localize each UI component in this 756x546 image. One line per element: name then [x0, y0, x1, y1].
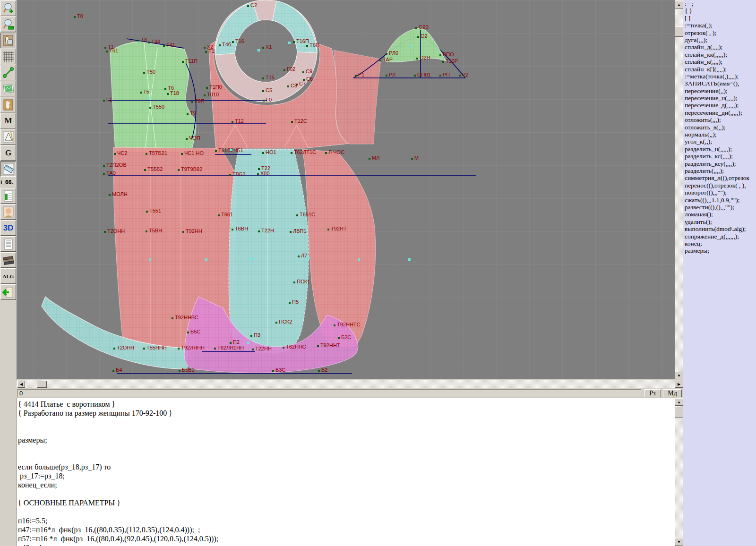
function-list-item[interactable]: угол_к(,,);: [683, 138, 756, 145]
point-label[interactable]: Т16П: [296, 38, 309, 44]
canvas-scroll-up-icon[interactable]: ▲: [675, 1, 683, 9]
function-list-item[interactable]: ЗАПИСАТЬ(имя=(),: [683, 80, 756, 87]
point-marker[interactable]: [262, 90, 264, 92]
editor-vscrollbar[interactable]: [675, 398, 683, 546]
function-list-item[interactable]: выполнить(dmod\.alg);: [683, 225, 756, 232]
drafting-tools-button[interactable]: [0, 129, 16, 145]
point-marker[interactable]: [414, 75, 416, 77]
point-marker[interactable]: [298, 256, 300, 257]
point-label[interactable]: Т92НН: [186, 228, 202, 234]
function-list-item[interactable]: сжать((),,,1.1,0.9,"");: [683, 196, 756, 204]
point-label[interactable]: ПСК1: [297, 279, 310, 284]
point-label[interactable]: Т22Н: [261, 228, 274, 233]
point-label[interactable]: П5: [292, 299, 299, 305]
point-label[interactable]: Т12: [235, 118, 244, 124]
selected-point[interactable]: [148, 97, 150, 100]
point-marker[interactable]: [386, 53, 387, 55]
canvas-hscroll-thumb[interactable]: [37, 381, 47, 388]
point-marker[interactable]: [291, 121, 293, 123]
point-marker[interactable]: [258, 230, 260, 232]
editor-line[interactable]: конец_если;: [18, 480, 675, 489]
function-list-item[interactable]: :=метка(точка(,),,,,);: [683, 73, 756, 80]
point-label[interactable]: ЛВП1: [293, 228, 307, 234]
point-label[interactable]: ОП01: [417, 72, 431, 77]
point-marker[interactable]: [369, 158, 370, 160]
point-label[interactable]: Р2: [462, 72, 468, 77]
point-marker[interactable]: [262, 152, 264, 154]
point-marker[interactable]: [247, 5, 249, 7]
editor-line[interactable]: [18, 427, 675, 435]
canvas-vscroll-thumb[interactable]: [675, 26, 683, 37]
selected-point[interactable]: [230, 149, 232, 151]
function-list-item[interactable]: пересечение_дн(,,,,,);: [683, 109, 756, 116]
point-label[interactable]: Т15: [266, 75, 275, 80]
point-marker[interactable]: [229, 174, 231, 176]
canvas-scroll-left-icon[interactable]: ◀: [17, 381, 25, 388]
point-marker[interactable]: [289, 302, 291, 304]
editor-line[interactable]: [18, 489, 675, 498]
function-list-item[interactable]: конец;: [683, 240, 756, 247]
point-label[interactable]: ТАР: [383, 57, 393, 62]
point-label[interactable]: Т9П: [195, 98, 205, 104]
point-label[interactable]: ПСК2: [279, 319, 292, 324]
model-button[interactable]: M: [0, 113, 16, 128]
selected-point[interactable]: [410, 45, 412, 47]
point-label[interactable]: Тб1: [109, 48, 118, 53]
editor-line[interactable]: п16:=5.5;: [18, 516, 675, 525]
point-label[interactable]: Г02: [287, 66, 295, 72]
point-label[interactable]: ТВБ2: [232, 171, 245, 177]
point-label[interactable]: Т5ТБ21: [149, 150, 167, 156]
editor-line[interactable]: [18, 453, 675, 462]
point-marker[interactable]: [103, 165, 105, 167]
point-marker[interactable]: [182, 61, 184, 63]
editor-line[interactable]: размеры;: [18, 435, 675, 444]
point-label[interactable]: Т9: [190, 110, 196, 116]
point-marker[interactable]: [112, 370, 114, 372]
point-marker[interactable]: [283, 347, 284, 349]
function-list-item[interactable]: пересечение_д(,,,,,);: [683, 102, 756, 109]
point-marker[interactable]: [109, 194, 111, 196]
point-label[interactable]: Т010: [207, 92, 219, 97]
point-label[interactable]: Т41: [166, 42, 175, 48]
function-list-item[interactable]: отложить(,,,);: [683, 116, 756, 123]
exit-button[interactable]: [0, 284, 16, 300]
point-marker[interactable]: [275, 322, 277, 324]
editor-line[interactable]: [18, 444, 675, 453]
point-label[interactable]: П3: [254, 332, 260, 338]
point-label[interactable]: С8: [291, 83, 297, 88]
measure-segment-button[interactable]: [0, 65, 16, 80]
function-list-item[interactable]: размеры;: [683, 247, 756, 254]
function-list-item[interactable]: := ;: [683, 0, 756, 7]
point-marker[interactable]: [416, 58, 418, 60]
point-marker[interactable]: [287, 85, 289, 87]
point-marker[interactable]: [206, 87, 208, 89]
point-label[interactable]: Т22НН: [255, 346, 272, 351]
point-label[interactable]: Б2С: [341, 334, 351, 340]
algorithm-button[interactable]: ALG: [0, 268, 16, 284]
point-marker[interactable]: [148, 42, 150, 43]
point-marker[interactable]: [302, 71, 304, 73]
point-label[interactable]: Т55ННН: [146, 345, 167, 350]
point-marker[interactable]: [232, 229, 233, 230]
mannequin-photo-button[interactable]: [0, 204, 16, 220]
point-marker[interactable]: [204, 47, 206, 49]
selected-point[interactable]: [258, 49, 260, 51]
point-label[interactable]: Л7: [301, 253, 307, 258]
point-label[interactable]: Т4б: [222, 42, 231, 47]
editor-line[interactable]: рз_17:=рз_18;: [18, 471, 675, 480]
function-list-item[interactable]: сплайн_к(,,,,);: [683, 58, 756, 65]
point-label[interactable]: Т5: [143, 89, 149, 94]
point-marker[interactable]: [334, 324, 335, 326]
point-label[interactable]: Т1П0: [209, 84, 222, 90]
point-marker[interactable]: [442, 61, 444, 63]
point-label[interactable]: С5: [266, 87, 272, 93]
point-label[interactable]: Т44: [151, 39, 160, 44]
algorithm-editor[interactable]: { 4414 Платье с воротником }{ Разработан…: [17, 398, 675, 546]
editor-line[interactable]: п40:= 4;: [18, 543, 675, 546]
point-marker[interactable]: [262, 77, 264, 79]
editor-line[interactable]: { ОСНОВНЫЕ ПАРАМЕТРЫ }: [18, 498, 675, 507]
point-marker[interactable]: [164, 88, 166, 90]
point-marker[interactable]: [146, 230, 147, 232]
point-label[interactable]: Т62ННС: [286, 344, 306, 350]
point-label[interactable]: РЛ: [389, 72, 395, 77]
